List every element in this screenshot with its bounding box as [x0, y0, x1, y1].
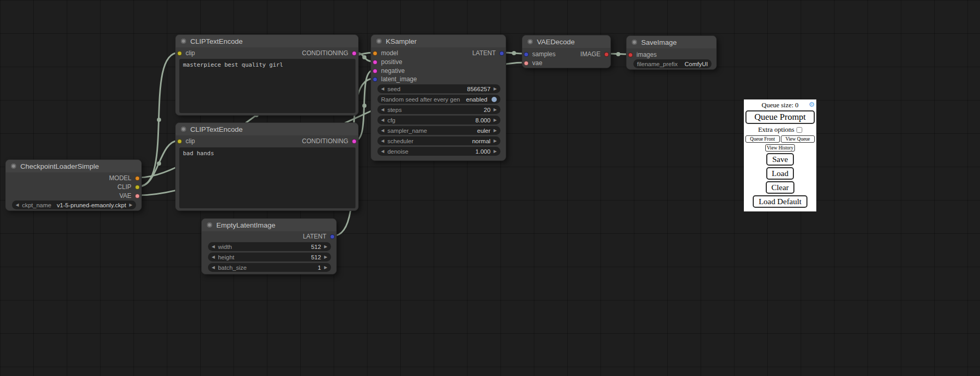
random-seed-toggle[interactable]: Random seed after every gen enabled — [377, 95, 500, 104]
model-port-dot[interactable] — [135, 176, 140, 181]
decrement-arrow-icon[interactable]: ◀ — [212, 266, 215, 270]
decrement-arrow-icon[interactable]: ◀ — [212, 245, 215, 249]
height-widget[interactable]: ◀ height 512 ▶ — [208, 253, 331, 261]
image-output-port[interactable]: IMAGE — [580, 50, 609, 58]
node-clip-text-encode-negative[interactable]: CLIPTextEncode clip CONDITIONING bad han… — [175, 122, 359, 211]
positive-prompt-textarea[interactable]: masterpiece best quality girl — [179, 59, 356, 113]
conditioning-port-dot[interactable] — [352, 51, 357, 56]
node-title-bar[interactable]: VAEDecode — [522, 35, 610, 48]
increment-arrow-icon[interactable]: ▶ — [324, 245, 327, 249]
view-queue-button[interactable]: View Queue — [781, 135, 815, 143]
scheduler-widget[interactable]: ◀ scheduler normal ▶ — [377, 136, 500, 145]
load-button[interactable]: Load — [766, 167, 794, 180]
latent-port-dot[interactable] — [524, 52, 529, 57]
node-ksampler[interactable]: KSampler model positive negative latent_… — [371, 34, 506, 161]
conditioning-port-dot[interactable] — [352, 139, 357, 144]
decrement-arrow-icon[interactable]: ◀ — [16, 203, 19, 207]
node-save-image[interactable]: SaveImage images filename_prefix ComfyUI — [626, 35, 717, 70]
width-widget[interactable]: ◀ width 512 ▶ — [208, 242, 331, 251]
node-title-bar[interactable]: SaveImage — [627, 36, 716, 48]
increment-arrow-icon[interactable]: ▶ — [494, 129, 497, 133]
image-port-dot[interactable] — [628, 53, 633, 57]
load-default-button[interactable]: Load Default — [753, 195, 807, 208]
negative-input-port[interactable]: negative — [373, 67, 405, 75]
collapse-dot-icon[interactable] — [181, 127, 186, 132]
samples-input-port[interactable]: samples — [524, 50, 556, 58]
decrement-arrow-icon[interactable]: ◀ — [381, 129, 384, 133]
increment-arrow-icon[interactable]: ▶ — [494, 139, 497, 143]
node-vae-decode[interactable]: VAEDecode samples vae IMAGE — [522, 35, 611, 68]
clear-button[interactable]: Clear — [766, 181, 795, 194]
images-input-port[interactable]: images — [628, 51, 657, 59]
collapse-dot-icon[interactable] — [632, 40, 637, 45]
queue-front-button[interactable]: Queue Front — [745, 135, 780, 143]
clip-port-dot[interactable] — [177, 51, 182, 56]
settings-gear-icon[interactable]: ⚙ — [808, 101, 815, 108]
vae-port-dot[interactable] — [524, 61, 529, 66]
save-button[interactable]: Save — [766, 153, 793, 166]
seed-widget[interactable]: ◀ seed 8566257 ▶ — [377, 84, 500, 93]
clip-port-dot[interactable] — [135, 185, 140, 190]
batch-size-widget[interactable]: ◀ batch_size 1 ▶ — [208, 263, 331, 272]
latent-output-port[interactable]: LATENT — [303, 232, 335, 241]
node-title-bar[interactable]: EmptyLatentImage — [202, 219, 336, 231]
clip-input-port[interactable]: clip — [177, 49, 195, 57]
node-title-bar[interactable]: CheckpointLoaderSimple — [6, 160, 141, 172]
clip-input-port[interactable]: clip — [177, 137, 195, 145]
image-port-dot[interactable] — [604, 52, 609, 57]
collapse-dot-icon[interactable] — [11, 164, 16, 169]
collapse-dot-icon[interactable] — [181, 39, 186, 44]
queue-prompt-button[interactable]: Queue Prompt — [745, 110, 815, 124]
collapse-dot-icon[interactable] — [207, 222, 212, 228]
cfg-widget[interactable]: ◀ cfg 8.000 ▶ — [377, 116, 500, 124]
decrement-arrow-icon[interactable]: ◀ — [381, 87, 384, 91]
latent-port-dot[interactable] — [330, 234, 335, 239]
toggle-knob-icon[interactable] — [492, 97, 497, 102]
node-title-bar[interactable]: CLIPTextEncode — [176, 35, 358, 47]
latent-output-port[interactable]: LATENT — [472, 49, 504, 57]
latent-image-input-port[interactable]: latent_image — [373, 75, 417, 83]
node-checkpoint-loader-simple[interactable]: CheckpointLoaderSimple MODEL CLIP VAE ◀ … — [5, 159, 142, 211]
vae-port-dot[interactable] — [135, 194, 140, 198]
collapse-dot-icon[interactable] — [376, 39, 382, 44]
collapse-dot-icon[interactable] — [528, 39, 533, 44]
decrement-arrow-icon[interactable]: ◀ — [381, 149, 384, 154]
increment-arrow-icon[interactable]: ▶ — [494, 118, 497, 122]
sampler-name-widget[interactable]: ◀ sampler_name euler ▶ — [377, 126, 500, 135]
ckpt-name-widget[interactable]: ◀ ckpt_name v1-5-pruned-emaonly.ckpt ▶ — [12, 200, 136, 209]
latent-port-dot[interactable] — [499, 51, 504, 56]
increment-arrow-icon[interactable]: ▶ — [494, 87, 497, 91]
increment-arrow-icon[interactable]: ▶ — [494, 108, 497, 112]
steps-widget[interactable]: ◀ steps 20 ▶ — [377, 105, 500, 114]
vae-output-port[interactable]: VAE — [119, 192, 140, 200]
model-output-port[interactable]: MODEL — [109, 174, 140, 182]
increment-arrow-icon[interactable]: ▶ — [494, 149, 497, 154]
positive-input-port[interactable]: positive — [373, 58, 402, 66]
extra-options-checkbox[interactable] — [797, 127, 802, 133]
conditioning-output-port[interactable]: CONDITIONING — [302, 49, 357, 57]
clip-output-port[interactable]: CLIP — [117, 183, 140, 191]
clip-port-dot[interactable] — [177, 139, 182, 144]
increment-arrow-icon[interactable]: ▶ — [324, 266, 327, 270]
node-graph-canvas[interactable]: CheckpointLoaderSimple MODEL CLIP VAE ◀ … — [0, 0, 980, 376]
view-history-button[interactable]: View History — [765, 144, 795, 152]
decrement-arrow-icon[interactable]: ◀ — [381, 139, 384, 143]
decrement-arrow-icon[interactable]: ◀ — [212, 255, 215, 259]
increment-arrow-icon[interactable]: ▶ — [129, 203, 132, 207]
increment-arrow-icon[interactable]: ▶ — [324, 255, 327, 259]
negative-prompt-textarea[interactable]: bad hands — [179, 147, 356, 208]
model-input-port[interactable]: model — [373, 49, 398, 57]
node-title-bar[interactable]: CLIPTextEncode — [176, 123, 358, 135]
vae-input-port[interactable]: vae — [524, 59, 542, 67]
decrement-arrow-icon[interactable]: ◀ — [381, 118, 384, 122]
decrement-arrow-icon[interactable]: ◀ — [381, 108, 384, 112]
conditioning-port-dot[interactable] — [373, 60, 377, 65]
conditioning-output-port[interactable]: CONDITIONING — [302, 137, 357, 145]
conditioning-port-dot[interactable] — [373, 69, 377, 73]
node-title-bar[interactable]: KSampler — [371, 35, 506, 47]
filename-prefix-widget[interactable]: filename_prefix ComfyUI — [633, 59, 712, 68]
node-empty-latent-image[interactable]: EmptyLatentImage LATENT ◀ width 512 ▶ ◀ … — [201, 218, 337, 274]
denoise-widget[interactable]: ◀ denoise 1.000 ▶ — [377, 147, 500, 156]
model-port-dot[interactable] — [373, 51, 377, 56]
latent-port-dot[interactable] — [373, 77, 377, 82]
